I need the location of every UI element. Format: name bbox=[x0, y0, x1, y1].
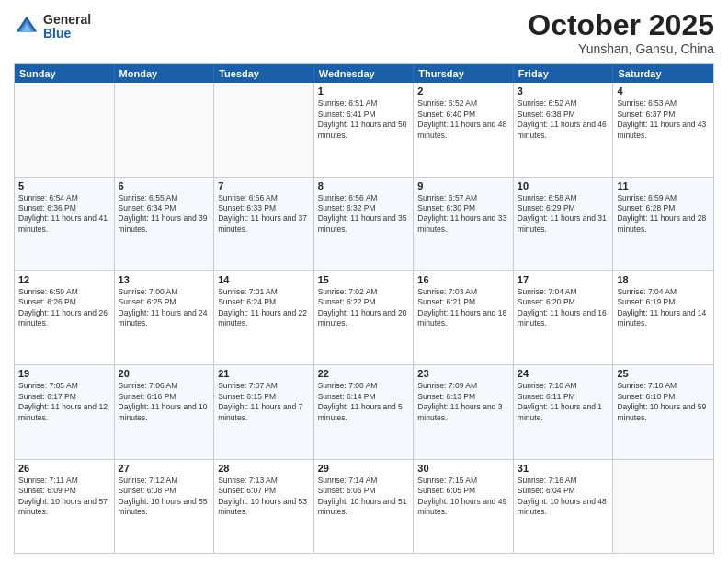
calendar-cell bbox=[115, 83, 215, 176]
day-number: 28 bbox=[218, 463, 310, 474]
day-number: 24 bbox=[518, 368, 609, 379]
cell-info: Sunrise: 6:56 AMSunset: 6:33 PMDaylight:… bbox=[218, 193, 310, 236]
calendar-cell: 28Sunrise: 7:13 AMSunset: 6:07 PMDayligh… bbox=[214, 460, 314, 553]
calendar-cell: 14Sunrise: 7:01 AMSunset: 6:24 PMDayligh… bbox=[214, 271, 314, 364]
day-number: 15 bbox=[318, 274, 410, 285]
calendar-cell: 11Sunrise: 6:59 AMSunset: 6:28 PMDayligh… bbox=[613, 178, 713, 270]
calendar-body: 1Sunrise: 6:51 AMSunset: 6:41 PMDaylight… bbox=[15, 83, 713, 553]
cell-info: Sunrise: 7:00 AMSunset: 6:25 PMDaylight:… bbox=[119, 287, 210, 329]
cell-info: Sunrise: 7:03 AMSunset: 6:21 PMDaylight:… bbox=[417, 287, 509, 329]
cell-info: Sunrise: 7:11 AMSunset: 6:09 PMDaylight:… bbox=[18, 476, 110, 518]
calendar-cell: 6Sunrise: 6:55 AMSunset: 6:34 PMDaylight… bbox=[115, 178, 215, 270]
cell-info: Sunrise: 7:05 AMSunset: 6:17 PMDaylight:… bbox=[18, 381, 110, 423]
calendar-cell: 25Sunrise: 7:10 AMSunset: 6:10 PMDayligh… bbox=[613, 365, 713, 458]
weekday-header-monday: Monday bbox=[115, 64, 215, 83]
day-number: 10 bbox=[518, 180, 609, 191]
logo-blue: Blue bbox=[43, 27, 91, 40]
calendar-cell: 21Sunrise: 7:07 AMSunset: 6:15 PMDayligh… bbox=[214, 365, 314, 458]
day-number: 19 bbox=[18, 368, 110, 379]
calendar-cell: 16Sunrise: 7:03 AMSunset: 6:21 PMDayligh… bbox=[414, 271, 514, 364]
title-location: Yunshan, Gansu, China bbox=[528, 41, 714, 56]
cell-info: Sunrise: 6:59 AMSunset: 6:28 PMDaylight:… bbox=[617, 193, 710, 236]
title-block: October 2025 Yunshan, Gansu, China bbox=[528, 9, 714, 56]
calendar-cell: 7Sunrise: 6:56 AMSunset: 6:33 PMDaylight… bbox=[214, 178, 314, 270]
calendar-cell: 10Sunrise: 6:58 AMSunset: 6:29 PMDayligh… bbox=[514, 178, 614, 270]
title-month: October 2025 bbox=[528, 9, 714, 41]
cell-info: Sunrise: 7:08 AMSunset: 6:14 PMDaylight:… bbox=[318, 381, 410, 423]
cell-info: Sunrise: 7:14 AMSunset: 6:06 PMDaylight:… bbox=[318, 476, 410, 518]
calendar-week-1: 1Sunrise: 6:51 AMSunset: 6:41 PMDaylight… bbox=[15, 83, 713, 177]
calendar-cell: 24Sunrise: 7:10 AMSunset: 6:11 PMDayligh… bbox=[514, 365, 614, 458]
day-number: 1 bbox=[318, 86, 410, 97]
calendar-cell: 30Sunrise: 7:15 AMSunset: 6:05 PMDayligh… bbox=[414, 460, 514, 553]
calendar-cell: 3Sunrise: 6:52 AMSunset: 6:38 PMDaylight… bbox=[514, 83, 614, 176]
cell-info: Sunrise: 7:04 AMSunset: 6:19 PMDaylight:… bbox=[617, 287, 710, 329]
cell-info: Sunrise: 7:06 AMSunset: 6:16 PMDaylight:… bbox=[119, 381, 210, 423]
day-number: 4 bbox=[617, 86, 710, 97]
day-number: 12 bbox=[18, 274, 110, 285]
cell-info: Sunrise: 7:04 AMSunset: 6:20 PMDaylight:… bbox=[518, 287, 609, 329]
logo-text: General Blue bbox=[43, 13, 91, 41]
cell-info: Sunrise: 6:52 AMSunset: 6:40 PMDaylight:… bbox=[417, 98, 509, 141]
calendar-week-2: 5Sunrise: 6:54 AMSunset: 6:36 PMDaylight… bbox=[15, 178, 713, 271]
cell-info: Sunrise: 6:59 AMSunset: 6:26 PMDaylight:… bbox=[18, 287, 110, 329]
cell-info: Sunrise: 7:16 AMSunset: 6:04 PMDaylight:… bbox=[518, 476, 609, 518]
cell-info: Sunrise: 7:10 AMSunset: 6:10 PMDaylight:… bbox=[617, 381, 710, 423]
day-number: 31 bbox=[518, 463, 609, 474]
weekday-header-wednesday: Wednesday bbox=[314, 64, 415, 83]
calendar-header: SundayMondayTuesdayWednesdayThursdayFrid… bbox=[15, 64, 713, 83]
cell-info: Sunrise: 6:52 AMSunset: 6:38 PMDaylight:… bbox=[518, 98, 609, 141]
weekday-header-friday: Friday bbox=[514, 64, 614, 83]
calendar-cell: 9Sunrise: 6:57 AMSunset: 6:30 PMDaylight… bbox=[414, 178, 514, 270]
day-number: 9 bbox=[417, 180, 509, 191]
weekday-header-saturday: Saturday bbox=[613, 64, 713, 83]
calendar-cell: 27Sunrise: 7:12 AMSunset: 6:08 PMDayligh… bbox=[115, 460, 215, 553]
weekday-header-sunday: Sunday bbox=[15, 64, 115, 83]
weekday-header-tuesday: Tuesday bbox=[214, 64, 314, 83]
day-number: 17 bbox=[518, 274, 609, 285]
calendar-cell: 22Sunrise: 7:08 AMSunset: 6:14 PMDayligh… bbox=[314, 365, 415, 458]
calendar-cell bbox=[214, 83, 314, 176]
calendar-cell: 20Sunrise: 7:06 AMSunset: 6:16 PMDayligh… bbox=[115, 365, 215, 458]
cell-info: Sunrise: 6:56 AMSunset: 6:32 PMDaylight:… bbox=[318, 193, 410, 236]
cell-info: Sunrise: 7:01 AMSunset: 6:24 PMDaylight:… bbox=[218, 287, 310, 329]
logo-icon bbox=[14, 14, 40, 40]
logo-general: General bbox=[43, 13, 91, 27]
calendar-cell: 19Sunrise: 7:05 AMSunset: 6:17 PMDayligh… bbox=[15, 365, 115, 458]
day-number: 16 bbox=[417, 274, 509, 285]
cell-info: Sunrise: 6:51 AMSunset: 6:41 PMDaylight:… bbox=[318, 98, 410, 141]
day-number: 2 bbox=[417, 86, 509, 97]
calendar-cell: 23Sunrise: 7:09 AMSunset: 6:13 PMDayligh… bbox=[414, 365, 514, 458]
day-number: 11 bbox=[617, 180, 710, 191]
cell-info: Sunrise: 7:09 AMSunset: 6:13 PMDaylight:… bbox=[417, 381, 509, 423]
calendar-week-3: 12Sunrise: 6:59 AMSunset: 6:26 PMDayligh… bbox=[15, 271, 713, 365]
cell-info: Sunrise: 7:10 AMSunset: 6:11 PMDaylight:… bbox=[518, 381, 609, 423]
calendar-cell: 13Sunrise: 7:00 AMSunset: 6:25 PMDayligh… bbox=[115, 271, 215, 364]
header: General Blue October 2025 Yunshan, Gansu… bbox=[14, 9, 714, 56]
day-number: 30 bbox=[417, 463, 509, 474]
cell-info: Sunrise: 7:15 AMSunset: 6:05 PMDaylight:… bbox=[417, 476, 509, 518]
day-number: 22 bbox=[318, 368, 410, 379]
calendar-cell: 26Sunrise: 7:11 AMSunset: 6:09 PMDayligh… bbox=[15, 460, 115, 553]
day-number: 8 bbox=[318, 180, 410, 191]
calendar-cell: 15Sunrise: 7:02 AMSunset: 6:22 PMDayligh… bbox=[314, 271, 415, 364]
calendar-week-5: 26Sunrise: 7:11 AMSunset: 6:09 PMDayligh… bbox=[15, 460, 713, 553]
cell-info: Sunrise: 6:58 AMSunset: 6:29 PMDaylight:… bbox=[518, 193, 609, 236]
day-number: 25 bbox=[617, 368, 710, 379]
day-number: 18 bbox=[617, 274, 710, 285]
day-number: 29 bbox=[318, 463, 410, 474]
day-number: 13 bbox=[119, 274, 210, 285]
cell-info: Sunrise: 6:53 AMSunset: 6:37 PMDaylight:… bbox=[617, 98, 710, 141]
calendar-cell bbox=[613, 460, 713, 553]
weekday-header-thursday: Thursday bbox=[414, 64, 514, 83]
day-number: 5 bbox=[18, 180, 110, 191]
calendar-cell: 4Sunrise: 6:53 AMSunset: 6:37 PMDaylight… bbox=[613, 83, 713, 176]
calendar-cell: 17Sunrise: 7:04 AMSunset: 6:20 PMDayligh… bbox=[514, 271, 614, 364]
day-number: 20 bbox=[119, 368, 210, 379]
cell-info: Sunrise: 7:13 AMSunset: 6:07 PMDaylight:… bbox=[218, 476, 310, 518]
calendar-cell: 18Sunrise: 7:04 AMSunset: 6:19 PMDayligh… bbox=[613, 271, 713, 364]
cell-info: Sunrise: 7:12 AMSunset: 6:08 PMDaylight:… bbox=[119, 476, 210, 518]
calendar-cell: 29Sunrise: 7:14 AMSunset: 6:06 PMDayligh… bbox=[314, 460, 415, 553]
day-number: 14 bbox=[218, 274, 310, 285]
calendar: SundayMondayTuesdayWednesdayThursdayFrid… bbox=[14, 63, 714, 554]
